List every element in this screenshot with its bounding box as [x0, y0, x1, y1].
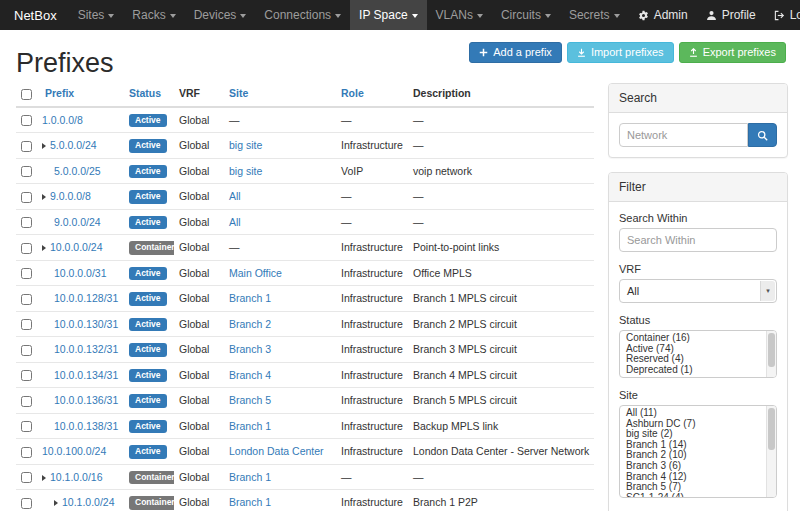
row-checkbox[interactable]: [21, 268, 32, 279]
prefix-link[interactable]: 1.0.0.0/8: [42, 114, 83, 126]
table-row: 10.0.0.0/31 Active Global Main Office In…: [16, 260, 594, 286]
table-row: 10.0.100.0/24 Active Global London Data …: [16, 439, 594, 465]
row-checkbox[interactable]: [21, 217, 32, 228]
filter-option[interactable]: Branch 4 (12): [620, 472, 776, 483]
filter-option[interactable]: SC1-1-24 (4): [620, 493, 776, 498]
import-prefixes-button[interactable]: Import prefixes: [567, 42, 674, 63]
nav-item-circuits[interactable]: Circuits: [492, 0, 560, 30]
prefix-link[interactable]: 5.0.0.0/24: [50, 139, 97, 151]
filter-option[interactable]: All (11): [620, 408, 776, 419]
filter-option[interactable]: Branch 3 (6): [620, 461, 776, 472]
row-checkbox[interactable]: [21, 115, 32, 126]
row-checkbox[interactable]: [21, 294, 32, 305]
scrollbar-thumb[interactable]: [768, 408, 775, 450]
row-checkbox[interactable]: [21, 472, 32, 483]
site-link[interactable]: Main Office: [229, 267, 282, 279]
row-checkbox[interactable]: [21, 345, 32, 356]
filter-option[interactable]: big site (2): [620, 429, 776, 440]
vrf-cell: Global: [174, 439, 224, 465]
site-link[interactable]: Branch 1: [229, 471, 271, 483]
role-cell: Infrastructure: [336, 337, 408, 363]
status-badge: Active: [129, 420, 167, 434]
role-cell: VoIP: [336, 158, 408, 184]
column-header-status[interactable]: Status: [124, 83, 174, 107]
scrollbar-thumb[interactable]: [768, 333, 775, 367]
nav-item-vlans[interactable]: VLANs: [427, 0, 492, 30]
column-header-site[interactable]: Site: [224, 83, 336, 107]
prefix-link[interactable]: 10.0.0.134/31: [54, 369, 118, 381]
scrollbar[interactable]: [766, 331, 776, 377]
prefix-link[interactable]: 10.0.0.0/24: [50, 241, 103, 253]
log-out-nav-item[interactable]: Log out: [765, 0, 800, 30]
prefix-link[interactable]: 9.0.0.0/8: [50, 190, 91, 202]
prefix-link[interactable]: 10.0.0.0/31: [54, 267, 107, 279]
row-checkbox[interactable]: [21, 141, 32, 152]
site-link[interactable]: Branch 2: [229, 318, 271, 330]
prefix-link[interactable]: 10.0.0.130/31: [54, 318, 118, 330]
row-checkbox[interactable]: [21, 243, 32, 254]
site-link[interactable]: All: [229, 190, 241, 202]
filter-option[interactable]: Branch 2 (10): [620, 450, 776, 461]
import-icon: [577, 48, 586, 57]
filter-option[interactable]: Deprecated (1): [620, 365, 776, 376]
select-all-checkbox[interactable]: [21, 89, 32, 100]
filter-option[interactable]: Active (74): [620, 344, 776, 355]
prefix-link[interactable]: 10.0.0.128/31: [54, 292, 118, 304]
prefix-link[interactable]: 10.0.0.138/31: [54, 420, 118, 432]
column-header-prefix[interactable]: Prefix: [40, 83, 124, 107]
site-link[interactable]: London Data Center: [229, 445, 324, 457]
prefix-link[interactable]: 10.0.0.136/31: [54, 394, 118, 406]
site-link[interactable]: Branch 1: [229, 496, 271, 508]
filter-option[interactable]: Ashburn DC (7): [620, 419, 776, 430]
site-link[interactable]: Branch 5: [229, 394, 271, 406]
nav-item-devices[interactable]: Devices: [185, 0, 256, 30]
site-link[interactable]: All: [229, 216, 241, 228]
row-checkbox[interactable]: [21, 498, 32, 509]
table-row: 10.0.0.130/31 Active Global Branch 2 Inf…: [16, 311, 594, 337]
vrf-select[interactable]: All ▾: [619, 279, 777, 303]
site-link[interactable]: Branch 1: [229, 292, 271, 304]
role-cell: Infrastructure: [336, 388, 408, 414]
column-header-role[interactable]: Role: [336, 83, 408, 107]
export-prefixes-button[interactable]: Export prefixes: [679, 42, 786, 63]
search-within-input[interactable]: [619, 228, 777, 252]
column-header-vrf: VRF: [174, 83, 224, 107]
site-listbox[interactable]: All (11)Ashburn DC (7)big site (2)Branch…: [619, 405, 777, 498]
prefix-link[interactable]: 10.1.0.0/16: [50, 471, 103, 483]
add-a-prefix-button[interactable]: Add a prefix: [469, 42, 562, 63]
prefix-link[interactable]: 10.0.100.0/24: [42, 445, 106, 457]
site-link[interactable]: big site: [229, 165, 262, 177]
brand-logo[interactable]: NetBox: [8, 0, 69, 30]
row-checkbox[interactable]: [21, 447, 32, 458]
status-listbox[interactable]: Container (16)Active (74)Reserved (4)Dep…: [619, 330, 777, 378]
filter-option[interactable]: Branch 5 (7): [620, 482, 776, 493]
row-checkbox[interactable]: [21, 319, 32, 330]
nav-item-secrets[interactable]: Secrets: [560, 0, 629, 30]
prefix-link[interactable]: 10.0.0.132/31: [54, 343, 118, 355]
prefix-link[interactable]: 9.0.0.0/24: [54, 216, 101, 228]
nav-item-connections[interactable]: Connections: [255, 0, 350, 30]
row-checkbox[interactable]: [21, 421, 32, 432]
prefix-link[interactable]: 10.1.0.0/24: [62, 496, 115, 508]
search-input[interactable]: [619, 123, 748, 147]
nav-item-sites[interactable]: Sites: [69, 0, 124, 30]
site-link[interactable]: Branch 4: [229, 369, 271, 381]
row-checkbox[interactable]: [21, 192, 32, 203]
nav-item-ip-space[interactable]: IP Space: [350, 0, 426, 30]
site-link[interactable]: Branch 1: [229, 420, 271, 432]
row-checkbox[interactable]: [21, 166, 32, 177]
filter-option[interactable]: Branch 1 (14): [620, 440, 776, 451]
site-link[interactable]: big site: [229, 139, 262, 151]
row-checkbox[interactable]: [21, 396, 32, 407]
profile-nav-item[interactable]: Profile: [697, 0, 765, 30]
filter-option[interactable]: Container (16): [620, 333, 776, 344]
search-button[interactable]: [748, 123, 777, 147]
row-checkbox[interactable]: [21, 370, 32, 381]
scrollbar[interactable]: [766, 406, 776, 497]
filter-option[interactable]: Reserved (4): [620, 354, 776, 365]
nav-item-racks[interactable]: Racks: [123, 0, 184, 30]
table-row: 10.1.0.0/16 Container Global Branch 1 — …: [16, 464, 594, 490]
site-link[interactable]: Branch 3: [229, 343, 271, 355]
prefix-link[interactable]: 5.0.0.0/25: [54, 165, 101, 177]
admin-nav-item[interactable]: Admin: [629, 0, 697, 30]
